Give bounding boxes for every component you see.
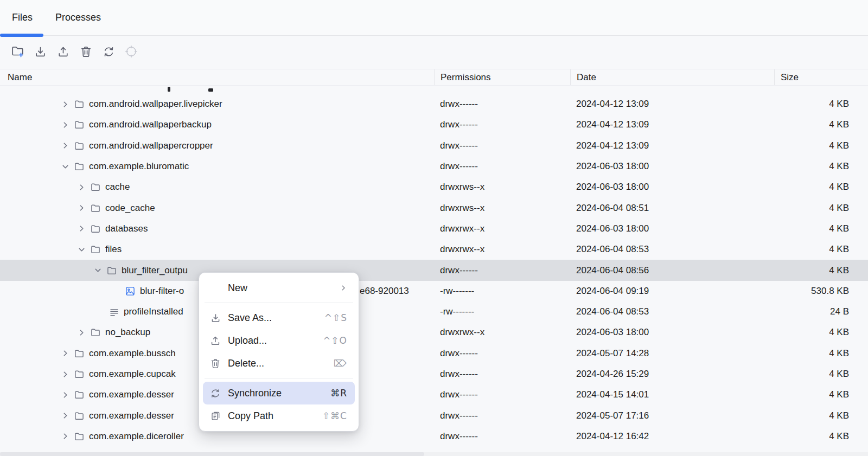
date-cell: 2024-06-04 08:56 bbox=[570, 265, 774, 276]
partial-text-artifact bbox=[168, 87, 170, 92]
date-cell: 2024-06-03 18:00 bbox=[570, 327, 774, 338]
table-row[interactable]: profileInstalled-rw-------2024-06-04 08:… bbox=[0, 301, 868, 322]
menu-item-label: Save As... bbox=[228, 312, 272, 324]
file-tree-body: com.android.wallpaper.livepickerdrwx----… bbox=[0, 94, 868, 447]
folder-icon bbox=[74, 431, 85, 442]
synchronize-button[interactable] bbox=[101, 45, 116, 60]
tab-processes[interactable]: Processes bbox=[55, 12, 101, 23]
table-row[interactable]: com.example.dicerollerdrwx------2024-04-… bbox=[0, 426, 868, 447]
date-cell: 2024-05-07 17:16 bbox=[570, 410, 774, 421]
size-cell: 4 KB bbox=[774, 369, 868, 380]
upload-button[interactable] bbox=[55, 45, 71, 60]
size-cell: 4 KB bbox=[774, 327, 868, 338]
size-cell: 4 KB bbox=[774, 182, 868, 192]
table-row[interactable]: com.example.bluromaticdrwx------2024-06-… bbox=[0, 156, 868, 177]
table-row[interactable]: com.android.wallpapercropperdrwx------20… bbox=[0, 136, 868, 156]
chevron-right-icon[interactable] bbox=[61, 142, 69, 150]
menu-item-upload[interactable]: Upload...^⇧O bbox=[203, 329, 355, 352]
file-name: profileInstalled bbox=[124, 306, 183, 317]
delete-button[interactable] bbox=[78, 45, 93, 60]
file-name: com.android.wallpaperbackup bbox=[89, 119, 212, 130]
column-header-permissions[interactable]: Permissions bbox=[434, 69, 570, 85]
chevron-right-icon[interactable] bbox=[61, 100, 69, 108]
permissions-cell: drwxrws--x bbox=[434, 203, 570, 214]
table-row[interactable]: blur_filter_outpudrwx------2024-06-04 08… bbox=[0, 260, 868, 280]
file-name: cache bbox=[105, 182, 130, 192]
upload-icon bbox=[56, 45, 70, 60]
table-row[interactable]: com.example.desserdrwx------2024-05-07 1… bbox=[0, 405, 868, 426]
chevron-right-icon[interactable] bbox=[61, 412, 69, 420]
folder-icon bbox=[74, 410, 85, 421]
chevron-right-icon[interactable] bbox=[61, 432, 69, 441]
size-cell: 24 B bbox=[774, 306, 868, 317]
tab-files[interactable]: Files bbox=[12, 12, 33, 23]
date-cell: 2024-06-04 08:51 bbox=[570, 203, 774, 214]
add-folder-button[interactable] bbox=[10, 45, 25, 60]
permissions-cell: drwxrwx--x bbox=[434, 327, 570, 338]
folder-icon bbox=[74, 99, 85, 110]
menu-separator bbox=[205, 303, 353, 303]
date-cell: 2024-06-03 18:00 bbox=[570, 161, 774, 172]
column-header-date[interactable]: Date bbox=[570, 69, 774, 85]
table-row[interactable]: code_cachedrwxrws--x2024-06-04 08:514 KB bbox=[0, 197, 868, 218]
menu-item-new[interactable]: New bbox=[203, 277, 355, 299]
column-header-size[interactable]: Size bbox=[774, 69, 868, 85]
chevron-right-icon[interactable] bbox=[77, 204, 86, 213]
folder-icon bbox=[90, 182, 101, 192]
menu-item-shortcut: ⌘R bbox=[330, 388, 347, 399]
menu-item-label: New bbox=[228, 282, 247, 294]
chevron-right-icon[interactable] bbox=[77, 328, 86, 337]
download-button[interactable] bbox=[33, 45, 48, 60]
menu-item-synchronize[interactable]: Synchronize⌘R bbox=[203, 382, 355, 404]
chevron-down-icon[interactable] bbox=[93, 266, 102, 275]
menu-item-save-as[interactable]: Save As...^⇧S bbox=[203, 306, 355, 329]
menu-item-copy-path[interactable]: Copy Path⇧⌘C bbox=[203, 404, 355, 427]
permissions-cell: drwx------ bbox=[434, 119, 570, 130]
name-cell: com.example.bluromatic bbox=[0, 161, 434, 172]
table-row[interactable]: com.example.desserdrwx------2024-04-15 1… bbox=[0, 384, 868, 405]
chevron-right-icon[interactable] bbox=[61, 370, 69, 378]
table-row[interactable]: com.android.wallpaperbackupdrwx------202… bbox=[0, 114, 868, 135]
device-target-button bbox=[124, 45, 139, 60]
table-row[interactable]: blur-filter-o-rw-------2024-06-04 09:195… bbox=[0, 281, 868, 301]
date-cell: 2024-06-04 09:19 bbox=[570, 286, 774, 297]
chevron-right-icon[interactable] bbox=[77, 224, 86, 233]
menu-item-shortcut: ⇧⌘C bbox=[322, 410, 347, 421]
menu-icon-spacer bbox=[209, 282, 221, 294]
table-row[interactable]: databasesdrwxrwx--x2024-06-03 18:004 KB bbox=[0, 219, 868, 239]
table-row[interactable]: no_backupdrwxrwx--x2024-06-03 18:004 KB bbox=[0, 322, 868, 343]
table-row[interactable]: cachedrwxrws--x2024-06-03 18:004 KB bbox=[0, 177, 868, 197]
folder-icon bbox=[74, 369, 85, 380]
size-cell: 4 KB bbox=[774, 348, 868, 359]
table-row[interactable]: com.example.cupcakdrwx------2024-04-26 1… bbox=[0, 364, 868, 384]
add-folder-icon bbox=[10, 44, 25, 60]
menu-item-delete[interactable]: Delete...⌦ bbox=[203, 352, 355, 375]
chevron-right-icon[interactable] bbox=[61, 349, 69, 358]
horizontal-scrollbar[interactable] bbox=[0, 452, 868, 456]
chevron-right-icon[interactable] bbox=[61, 120, 69, 129]
file-name: code_cache bbox=[105, 203, 155, 214]
chevron-right-icon[interactable] bbox=[61, 390, 69, 399]
permissions-cell: drwxrwx--x bbox=[434, 223, 570, 234]
folder-icon bbox=[74, 161, 85, 172]
date-cell: 2024-06-03 18:00 bbox=[570, 223, 774, 234]
permissions-cell: drwx------ bbox=[434, 348, 570, 359]
column-header-name[interactable]: Name bbox=[0, 69, 434, 85]
menu-item-label: Synchronize bbox=[228, 388, 282, 399]
name-cell: com.android.wallpaperbackup bbox=[0, 119, 434, 130]
date-cell: 2024-04-12 13:09 bbox=[570, 119, 774, 130]
chevron-down-icon[interactable] bbox=[77, 245, 86, 254]
chevron-down-icon[interactable] bbox=[61, 162, 69, 171]
synchronize-icon bbox=[209, 387, 221, 399]
size-cell: 4 KB bbox=[774, 223, 868, 234]
table-row[interactable]: filesdrwxrwx--x2024-06-04 08:534 KB bbox=[0, 239, 868, 260]
table-row[interactable]: com.example.busschdrwx------2024-05-07 1… bbox=[0, 343, 868, 364]
file-name: com.example.bussch bbox=[89, 348, 176, 359]
file-tree: com.android.wallpaper.livepickerdrwx----… bbox=[0, 86, 868, 447]
table-row[interactable]: com.android.wallpaper.livepickerdrwx----… bbox=[0, 94, 868, 114]
chevron-right-icon[interactable] bbox=[77, 183, 86, 191]
file-name: com.android.wallpapercropper bbox=[89, 140, 213, 151]
copy-path-icon bbox=[209, 410, 221, 422]
date-cell: 2024-06-03 18:00 bbox=[570, 182, 774, 192]
scrollbar-thumb[interactable] bbox=[0, 452, 424, 456]
